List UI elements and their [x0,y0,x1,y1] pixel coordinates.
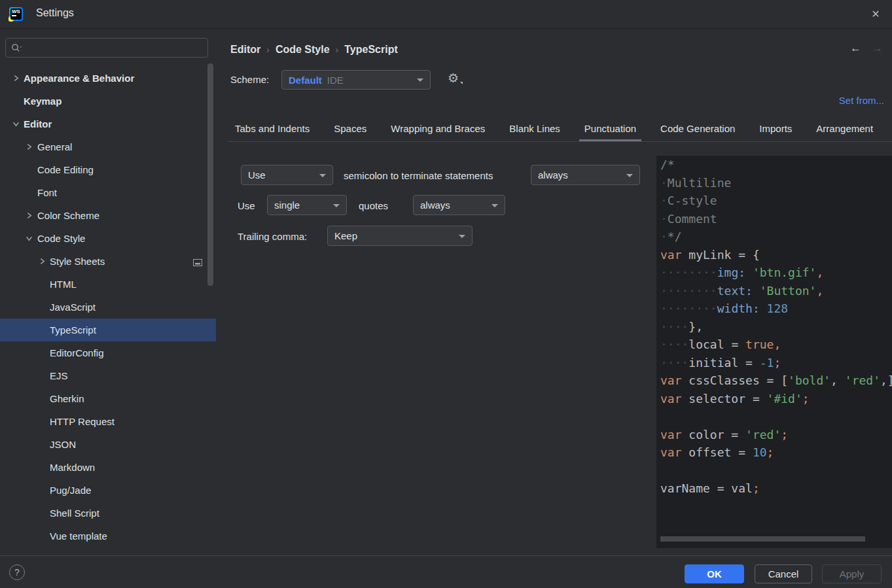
sidebar-item-general[interactable]: General [0,135,216,158]
sidebar-item-pug-jade[interactable]: Pug/Jade [0,479,216,502]
tab-punctuation[interactable]: Punctuation [583,118,637,141]
chevron-right-icon[interactable] [25,143,33,151]
sidebar-item-json[interactable]: JSON [0,433,216,456]
search-input[interactable] [5,38,208,58]
tab-arrangement[interactable]: Arrangement [815,118,874,141]
scheme-value-suffix: IDE [327,75,344,86]
semicolon-when-dropdown[interactable]: always [531,165,640,185]
chevron-right-icon[interactable] [25,212,33,220]
back-arrow-icon[interactable]: ← [850,42,861,54]
sidebar-item-markdown[interactable]: Markdown [0,456,216,479]
sidebar-item-typescript[interactable]: TypeScript [0,319,216,341]
sidebar-item-style-sheets[interactable]: Style Sheets [0,250,216,273]
sidebar-item-label: EJS [0,370,68,381]
scheme-label: Scheme: [230,74,269,85]
quotes-when-value: always [420,199,450,211]
sidebar-item-keymap[interactable]: Keymap [0,90,216,112]
tab-wrapping-and-braces[interactable]: Wrapping and Braces [389,118,486,141]
quotes-label: quotes [359,200,388,211]
monitor-icon [193,257,202,268]
tab-blank-lines[interactable]: Blank Lines [508,118,562,141]
sidebar-item-javascript[interactable]: JavaScript [0,296,216,319]
scheme-dropdown[interactable]: Default IDE [281,70,431,90]
chevron-down-icon [626,174,633,177]
sidebar-item-label: Editor [0,118,52,130]
chevron-down-icon[interactable] [12,120,20,128]
sidebar-item-appearance-behavior[interactable]: Appearance & Behavior [0,67,216,90]
chevron-right-icon[interactable] [38,258,46,266]
sidebar-item-label: Keymap [0,95,62,107]
sidebar-item-shell-script[interactable]: Shell Script [0,502,216,525]
sidebar-item-font[interactable]: Font [0,181,216,204]
trailing-comma-value: Keep [334,230,357,241]
sidebar-item-ejs[interactable]: EJS [0,364,216,387]
sidebar-item-code-style[interactable]: Code Style [0,227,216,250]
close-icon[interactable]: ✕ [867,6,884,23]
sidebar-item-editorconfig[interactable]: EditorConfig [0,341,216,364]
sidebar-item-label: Markdown [0,462,95,473]
sidebar-item-color-scheme[interactable]: Color Scheme [0,204,216,227]
sidebar-item-label: Appearance & Behavior [0,73,134,84]
tab-tabs-and-indents[interactable]: Tabs and Indents [234,118,311,141]
chevron-down-icon [333,204,340,207]
code-style-tabs: Tabs and IndentsSpacesWrapping and Brace… [228,118,892,141]
chevron-down-icon [417,78,423,82]
code-line: ········img: 'btn.gif', [656,264,892,282]
sidebar-item-editor[interactable]: Editor [0,112,216,135]
tab-code-generation[interactable]: Code Generation [659,118,736,141]
quotes-when-dropdown[interactable]: always [413,195,505,215]
code-preview-panel: /*·Multiline·C-style·Comment·*/var myLin… [656,156,892,548]
ok-button[interactable]: OK [685,564,744,583]
quote-type-value: single [274,199,300,211]
sidebar-item-label: EditorConfig [0,347,104,358]
code-line: var cssClasses = ['bold', 'red',] [656,372,892,390]
semicolon-use-dropdown[interactable]: Use [241,165,333,185]
code-line: var myLink = { [656,246,892,264]
chevron-right-icon: › [330,44,345,55]
breadcrumb-code-style[interactable]: Code Style [276,44,330,55]
cancel-button[interactable]: Cancel [755,564,812,583]
code-line: ········width: 128 [656,300,892,318]
settings-tree: Appearance & BehaviorKeymapEditorGeneral… [0,67,216,547]
settings-dialog: WS Settings ✕ Appearance & BehaviorKeyma… [0,0,892,588]
quote-type-dropdown[interactable]: single [267,195,347,215]
sidebar-item-label: JavaScript [0,302,96,313]
sidebar-item-vue-template[interactable]: Vue template [0,525,216,547]
chevron-right-icon[interactable] [12,75,20,82]
code-line: ·Comment [656,210,892,228]
chevron-down-icon[interactable] [25,235,33,243]
tab-imports[interactable]: Imports [758,118,793,141]
sidebar-item-label: Font [0,187,57,198]
code-line: ·Multiline [656,174,892,192]
sidebar-item-label: TypeScript [0,324,96,336]
sidebar-item-html[interactable]: HTML [0,273,216,296]
trailing-comma-label: Trailing comma: [238,231,307,242]
tab-spaces[interactable]: Spaces [332,118,368,141]
apply-button[interactable]: Apply [822,564,882,583]
code-line: var offset = 10; [656,443,892,462]
sidebar-item-label: Shell Script [0,508,99,519]
code-horizontal-scrollbar[interactable] [660,536,865,542]
help-icon[interactable]: ? [9,564,25,580]
tabs-divider [228,141,892,142]
sidebar-item-label: Code Editing [0,164,94,175]
semicolon-statement-label: semicolon to terminate statements [344,170,493,181]
sidebar-item-label: HTML [0,279,77,290]
sidebar-item-label: Code Style [0,233,85,244]
tree-scrollbar[interactable] [207,63,213,286]
sidebar-item-label: Color Scheme [0,210,99,221]
footer-bar: ? OK Cancel Apply [0,555,892,588]
code-line: ·C-style [656,192,892,210]
code-line: ····local = true, [656,336,892,354]
title-bar: WS Settings ✕ [0,0,892,29]
chevron-down-icon [319,174,326,177]
sidebar-item-code-editing[interactable]: Code Editing [0,158,216,181]
sidebar-item-gherkin[interactable]: Gherkin [0,387,216,410]
set-from-link[interactable]: Set from... [839,95,884,106]
chevron-down-icon [491,204,498,207]
sidebar-item-http-request[interactable]: HTTP Request [0,410,216,433]
gear-icon[interactable]: ⚙ [448,71,459,86]
breadcrumb-editor[interactable]: Editor [230,44,260,55]
sidebar-item-label: General [0,141,72,152]
trailing-comma-dropdown[interactable]: Keep [327,226,473,246]
